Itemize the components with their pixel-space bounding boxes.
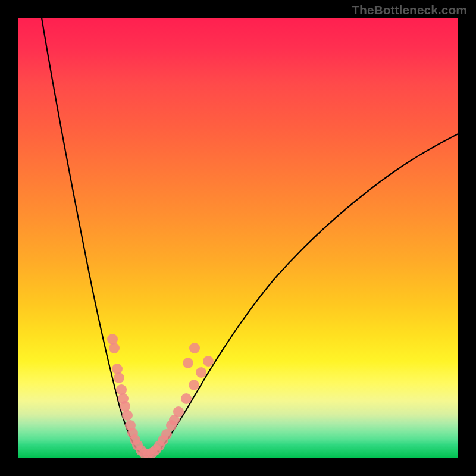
data-point bbox=[189, 380, 199, 390]
data-point bbox=[189, 343, 200, 353]
data-point bbox=[196, 367, 206, 378]
data-point bbox=[109, 343, 120, 353]
data-point bbox=[181, 393, 192, 404]
data-point bbox=[107, 334, 118, 345]
watermark-text: TheBottleneck.com bbox=[352, 3, 467, 17]
chart-svg bbox=[18, 18, 458, 458]
data-points-group bbox=[107, 334, 214, 458]
data-point bbox=[173, 406, 184, 417]
data-point bbox=[122, 410, 133, 421]
data-point bbox=[114, 372, 124, 383]
curve-right-branch bbox=[148, 134, 458, 456]
data-point bbox=[203, 356, 214, 367]
plot-area bbox=[18, 18, 458, 458]
data-point bbox=[183, 358, 193, 368]
data-point bbox=[116, 384, 127, 395]
curve-left-branch bbox=[42, 18, 148, 456]
data-point bbox=[112, 364, 123, 374]
